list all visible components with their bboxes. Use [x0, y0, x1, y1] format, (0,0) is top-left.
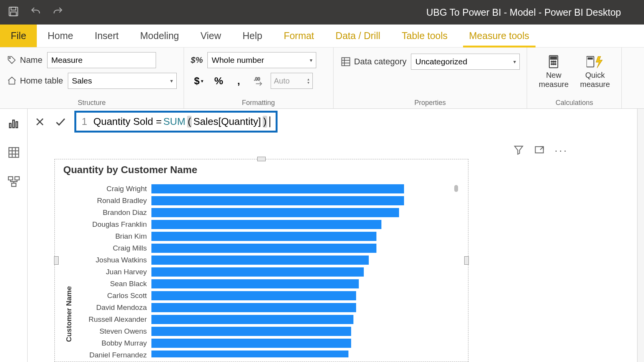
- tab-measure-tools[interactable]: Measure tools: [458, 25, 540, 47]
- resize-handle[interactable]: [54, 256, 59, 265]
- bar-fill[interactable]: [151, 327, 351, 336]
- svg-rect-1: [11, 7, 16, 10]
- bar-label: Daniel Fernandez: [75, 351, 151, 358]
- name-label: Name: [7, 55, 43, 65]
- svg-rect-20: [13, 120, 14, 128]
- filter-icon[interactable]: [513, 144, 524, 157]
- svg-point-11: [551, 61, 552, 62]
- svg-rect-29: [12, 183, 16, 187]
- title-bar: UBG To Power BI - Model - Power BI Deskt…: [0, 0, 644, 25]
- svg-point-13: [555, 61, 556, 62]
- svg-rect-19: [9, 123, 11, 128]
- ribbon-panel: Name Home table Structure $%: [0, 48, 644, 109]
- svg-text:.00: .00: [254, 77, 260, 81]
- bar-row: David Mendoza: [75, 301, 460, 313]
- bar-fill[interactable]: [151, 196, 404, 205]
- home-table-select[interactable]: [68, 73, 177, 89]
- resize-handle[interactable]: [464, 256, 469, 265]
- bar-label: Carlos Scott: [75, 292, 151, 300]
- ribbon-group-formatting: $% $▾ % , .00 Auto ▴▾ Formatting: [184, 48, 334, 108]
- tab-data-drill[interactable]: Data / Drill: [325, 25, 391, 47]
- collapsed-panes[interactable]: [637, 109, 644, 362]
- tab-format[interactable]: Format: [273, 25, 325, 47]
- new-measure-button[interactable]: New measure: [534, 51, 573, 90]
- bar-label: Craig Mills: [75, 244, 151, 252]
- undo-icon[interactable]: [30, 6, 41, 19]
- bar-chart-visual[interactable]: Quantity by Customer Name Customer Name …: [54, 159, 468, 362]
- bar-fill[interactable]: [151, 303, 356, 312]
- tab-help[interactable]: Help: [232, 25, 273, 47]
- formula-input[interactable]: 1 Quantity Sold = SUM ( Sales[Quantity] …: [74, 111, 278, 133]
- data-category-select[interactable]: [411, 54, 520, 70]
- decimals-input[interactable]: Auto ▴▾: [271, 73, 313, 89]
- bar-row: Daniel Fernandez: [75, 349, 460, 357]
- bar-fill[interactable]: [151, 291, 356, 300]
- group-label-properties: Properties: [340, 99, 520, 107]
- svg-rect-2: [11, 12, 16, 16]
- measure-name-input[interactable]: [47, 52, 156, 68]
- data-category-label: Data category: [340, 56, 407, 67]
- save-icon[interactable]: [8, 6, 19, 19]
- bar-label: Sean Black: [75, 280, 151, 288]
- tab-table-tools[interactable]: Table tools: [391, 25, 458, 47]
- bar-label: Brian Kim: [75, 232, 151, 241]
- thousands-button[interactable]: ,: [231, 73, 247, 89]
- y-axis-label: Customer Name: [63, 286, 75, 342]
- more-options-icon[interactable]: ···: [555, 144, 568, 157]
- bar-fill[interactable]: [151, 244, 376, 253]
- focus-mode-icon[interactable]: [534, 144, 545, 157]
- visual-header: ···: [54, 142, 622, 159]
- bar-fill[interactable]: [151, 256, 369, 265]
- bar-fill[interactable]: [151, 267, 364, 277]
- formula-cancel-button[interactable]: [33, 115, 47, 129]
- bar-fill[interactable]: [151, 220, 381, 229]
- bar-label: David Mendoza: [75, 303, 151, 312]
- bar-fill[interactable]: [151, 184, 404, 193]
- quick-measure-button[interactable]: Quick measure: [575, 51, 614, 90]
- decimal-shift-icon[interactable]: .00: [251, 73, 267, 89]
- bar-label: Douglas Franklin: [75, 220, 151, 229]
- report-canvas[interactable]: ··· Quantity by Customer Name Customer N…: [28, 134, 637, 362]
- format-type-icon: $%: [191, 55, 203, 65]
- tab-file[interactable]: File: [0, 25, 37, 47]
- tab-modeling[interactable]: Modeling: [130, 25, 190, 47]
- bar-fill[interactable]: [151, 339, 351, 348]
- bar-fill[interactable]: [151, 351, 348, 358]
- bar-fill[interactable]: [151, 279, 359, 288]
- bar-fill[interactable]: [151, 232, 376, 241]
- bar-label: Craig Wright: [75, 185, 151, 193]
- formula-bar: 1 Quantity Sold = SUM ( Sales[Quantity] …: [28, 109, 637, 134]
- calculator-icon: [545, 53, 562, 70]
- tab-view[interactable]: View: [190, 25, 232, 47]
- data-view-button[interactable]: [6, 145, 21, 160]
- chart-plot-area: Craig WrightRonald BradleyBrandon DiazDo…: [75, 183, 460, 357]
- bar-fill[interactable]: [151, 208, 399, 217]
- currency-button[interactable]: $▾: [191, 73, 207, 89]
- report-view-button[interactable]: [6, 116, 21, 131]
- format-type-select[interactable]: [207, 52, 316, 68]
- bar-label: Russell Alexander: [75, 315, 151, 324]
- percent-button[interactable]: %: [211, 73, 227, 89]
- model-view-button[interactable]: [6, 174, 21, 189]
- ribbon-group-structure: Name Home table Structure: [0, 48, 184, 108]
- bar-row: Joshua Watkins: [75, 254, 460, 266]
- ribbon-group-calculations: New measure Quick measure Calculations: [527, 48, 622, 108]
- bar-fill[interactable]: [151, 315, 353, 324]
- bar-row: Sean Black: [75, 278, 460, 290]
- bar-row: Brian Kim: [75, 230, 460, 242]
- svg-rect-5: [342, 58, 350, 66]
- svg-point-15: [553, 64, 554, 65]
- formula-commit-button[interactable]: [54, 115, 67, 129]
- svg-rect-10: [550, 57, 557, 59]
- redo-icon[interactable]: [52, 6, 64, 19]
- tab-insert[interactable]: Insert: [84, 25, 130, 47]
- resize-handle[interactable]: [257, 157, 266, 161]
- svg-rect-18: [588, 57, 593, 60]
- bar-label: Steven Owens: [75, 327, 151, 336]
- bar-row: Craig Wright: [75, 183, 460, 195]
- svg-line-34: [540, 147, 543, 150]
- svg-point-12: [553, 61, 554, 62]
- formula-line-number: 1: [82, 116, 87, 128]
- bar-row: Steven Owens: [75, 325, 460, 337]
- tab-home[interactable]: Home: [37, 25, 84, 47]
